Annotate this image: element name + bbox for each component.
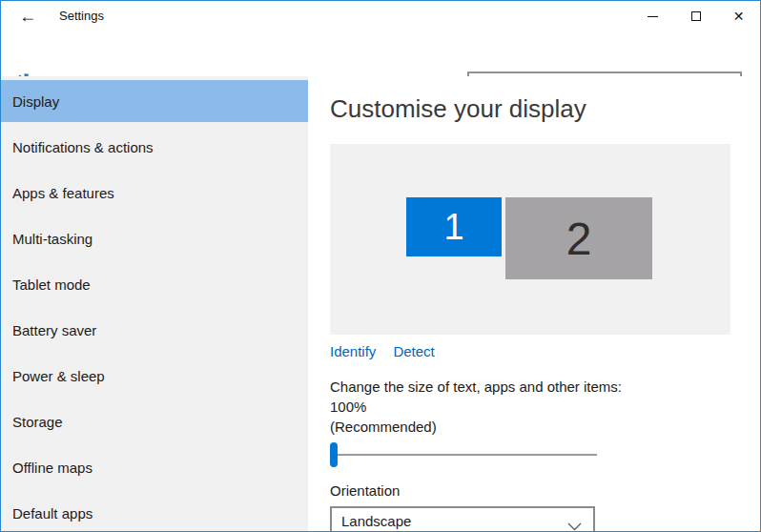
window-title: Settings [59, 9, 104, 23]
maximize-button[interactable] [674, 1, 717, 31]
close-icon: ✕ [733, 10, 745, 23]
sidebar: Display Notifications & actions Apps & f… [1, 76, 308, 531]
back-button[interactable]: ← [14, 3, 41, 30]
sidebar-item-label: Offline maps [12, 460, 93, 476]
monitor-2[interactable]: 2 [505, 197, 652, 279]
page-title: Customise your display [330, 92, 760, 125]
settings-window: ← Settings ✕ SYSTEM [0, 0, 761, 532]
monitor-1-number: 1 [443, 207, 463, 248]
monitor-actions: Identify Detect [330, 343, 760, 359]
scaling-description: Change the size of text, apps and other … [330, 377, 654, 437]
sidebar-item-label: Notifications & actions [12, 139, 154, 155]
sidebar-item-label: Power & sleep [12, 368, 105, 384]
sidebar-item-tablet-mode[interactable]: Tablet mode [1, 263, 308, 305]
monitor-2-number: 2 [566, 213, 592, 265]
sidebar-item-storage[interactable]: Storage [1, 400, 308, 442]
orientation-dropdown[interactable]: Landscape [330, 506, 595, 532]
sidebar-item-default-apps[interactable]: Default apps [1, 492, 308, 532]
sidebar-item-label: Tablet mode [12, 276, 91, 293]
sidebar-item-label: Battery saver [12, 322, 96, 338]
scaling-description-line1: Change the size of text, apps and other … [330, 377, 654, 417]
slider-thumb[interactable] [330, 442, 338, 467]
titlebar: ← Settings ✕ [1, 1, 760, 31]
minimize-icon [648, 16, 658, 17]
sidebar-item-multi-tasking[interactable]: Multi-tasking [1, 217, 308, 259]
maximize-icon [691, 11, 701, 21]
sidebar-item-label: Storage [12, 414, 63, 430]
sidebar-item-label: Multi-tasking [12, 231, 93, 247]
close-button[interactable]: ✕ [717, 1, 760, 31]
detect-link[interactable]: Detect [393, 343, 434, 359]
sidebar-item-battery-saver[interactable]: Battery saver [1, 309, 308, 351]
monitor-1[interactable]: 1 [406, 197, 502, 256]
sidebar-item-notifications-actions[interactable]: Notifications & actions [1, 126, 308, 168]
scaling-slider[interactable] [330, 442, 597, 467]
header: SYSTEM [1, 31, 760, 76]
orientation-label: Orientation [330, 482, 760, 499]
scaling-description-line2: (Recommended) [330, 417, 654, 437]
sidebar-item-display[interactable]: Display [1, 80, 308, 122]
sidebar-item-power-sleep[interactable]: Power & sleep [1, 355, 308, 397]
chevron-down-icon [567, 518, 582, 532]
sidebar-item-label: Apps & features [12, 185, 114, 201]
main-content: Customise your display 1 2 Identify Dete… [308, 76, 760, 531]
monitor-preview-area: 1 2 [330, 144, 730, 335]
sidebar-item-apps-features[interactable]: Apps & features [1, 172, 308, 214]
orientation-dropdown-value: Landscape [332, 513, 411, 529]
identify-link[interactable]: Identify [330, 343, 376, 359]
sidebar-item-offline-maps[interactable]: Offline maps [1, 446, 308, 488]
minimize-button[interactable] [631, 1, 674, 31]
slider-track[interactable] [330, 454, 597, 456]
sidebar-item-label: Display [12, 93, 59, 110]
back-arrow-icon: ← [19, 7, 36, 26]
sidebar-item-label: Default apps [12, 505, 93, 522]
window-controls: ✕ [631, 1, 760, 31]
